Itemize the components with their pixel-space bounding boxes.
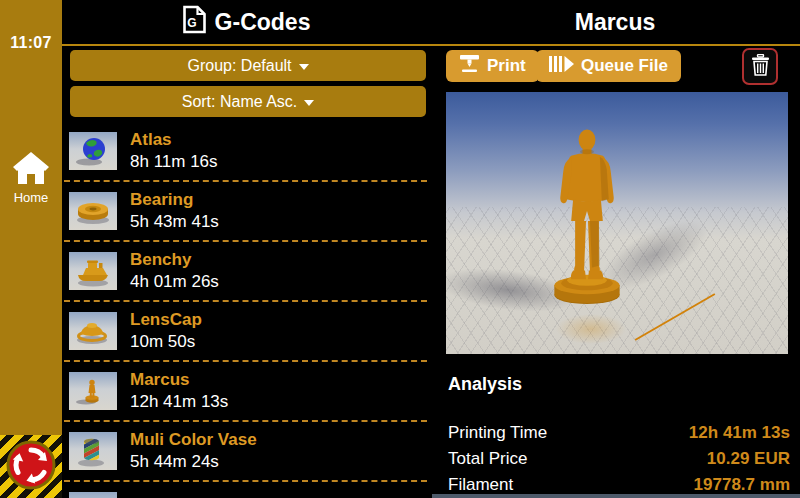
file-name: Atlas <box>130 129 218 151</box>
statue-render <box>542 126 632 310</box>
statue-thumbnail <box>69 372 117 410</box>
group-dropdown-label: Group: Default <box>187 57 291 75</box>
analysis-table: Printing Time 12h 41m 13s Total Price 10… <box>448 420 790 498</box>
analysis-heading: Analysis <box>448 374 522 395</box>
delete-button[interactable] <box>742 48 778 85</box>
page-title: G-Codes <box>215 9 311 36</box>
file-print-time: 8h 11m 16s <box>130 151 218 173</box>
analysis-row: Printing Time 12h 41m 13s <box>448 420 790 446</box>
printer-screen: 11:07 Home <box>0 0 800 498</box>
benchy-thumbnail <box>69 252 117 290</box>
analysis-row: Total Price 10.29 EUR <box>448 446 790 472</box>
analysis-value: 19778.7 mm <box>694 475 790 495</box>
file-list-item[interactable]: Bearing 5h 43m 41s <box>64 182 427 242</box>
print-button-label: Print <box>487 56 526 76</box>
restart-icon <box>5 439 57 495</box>
file-list-item[interactable]: Muli Color Vase 5h 44m 24s <box>64 422 427 482</box>
printer-icon <box>459 54 480 78</box>
gcode-preview-image <box>446 92 788 354</box>
statue-reflection <box>556 314 626 344</box>
analysis-label: Total Price <box>448 449 527 469</box>
file-name: Muli Color Vase <box>130 429 257 451</box>
globe-thumbnail <box>69 132 117 170</box>
chevron-down-icon <box>299 64 309 70</box>
home-icon <box>0 150 62 186</box>
queue-button-label: Queue File <box>581 56 668 76</box>
emergency-restart-button[interactable] <box>0 435 62 498</box>
sort-dropdown[interactable]: Sort: Name Asc. <box>70 86 426 117</box>
file-print-time: 10m 50s <box>130 331 202 353</box>
gcodes-panel: G G-Codes Group: Default Sort: Name Asc.… <box>62 0 430 498</box>
home-label: Home <box>0 190 62 205</box>
gcodes-title-row: G G-Codes <box>62 0 430 44</box>
file-print-time: 12h 41m 13s <box>130 391 228 413</box>
file-list-item[interactable]: Marcus 12h 41m 13s <box>64 362 427 422</box>
vase-thumbnail <box>69 432 117 470</box>
analysis-value: 12h 41m 13s <box>689 423 790 443</box>
gear-thumbnail <box>69 492 117 498</box>
analysis-label: Printing Time <box>448 423 547 443</box>
file-list-item[interactable]: Planetary Gear <box>64 482 427 498</box>
group-dropdown[interactable]: Group: Default <box>70 50 426 81</box>
file-actions: Print Queue File <box>430 48 800 86</box>
queue-file-button[interactable]: Queue File <box>536 50 681 82</box>
analysis-value: 10.29 EUR <box>707 449 790 469</box>
file-list-item[interactable]: Benchy 4h 01m 26s <box>64 242 427 302</box>
chevron-down-icon <box>304 100 314 106</box>
analysis-label: Filament <box>448 475 513 495</box>
lenscap-thumbnail <box>69 312 117 350</box>
file-print-time: 5h 44m 24s <box>130 451 257 473</box>
file-list: Atlas 8h 11m 16s Bearing 5h 43m 41s Benc… <box>64 122 427 498</box>
sidebar-item-home[interactable]: Home <box>0 150 62 205</box>
file-name: Marcus <box>130 369 228 391</box>
selected-file-title: Marcus <box>575 9 656 36</box>
queue-icon <box>549 56 574 77</box>
bearing-thumbnail <box>69 192 117 230</box>
print-button[interactable]: Print <box>446 50 539 82</box>
file-detail-panel: Marcus Print <box>430 0 800 498</box>
trash-icon <box>751 54 770 79</box>
file-print-time: 5h 43m 41s <box>130 211 219 233</box>
file-detail-title-row: Marcus <box>430 0 800 44</box>
sort-dropdown-label: Sort: Name Asc. <box>182 93 298 111</box>
sidebar: 11:07 Home <box>0 0 62 498</box>
file-name: Benchy <box>130 249 219 271</box>
file-name: LensCap <box>130 309 202 331</box>
gcode-file-icon: G <box>182 5 207 40</box>
file-list-item[interactable]: LensCap 10m 50s <box>64 302 427 362</box>
file-name: Bearing <box>130 189 219 211</box>
scrollbar[interactable] <box>432 494 800 498</box>
clock: 11:07 <box>0 34 62 52</box>
file-print-time: 4h 01m 26s <box>130 271 219 293</box>
svg-text:G: G <box>187 16 196 30</box>
file-list-item[interactable]: Atlas 8h 11m 16s <box>64 122 427 182</box>
